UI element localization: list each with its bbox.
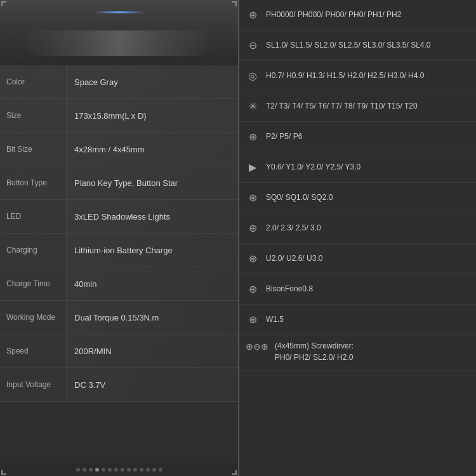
spec-value: 40min — [67, 267, 238, 300]
last-bit-icon: ⊖ — [253, 341, 261, 352]
bottom-dots — [0, 463, 238, 476]
bit-icon: ⊕ — [246, 8, 260, 22]
bit-text: PH0000/ PH000/ PH00/ PH0/ PH1/ PH2 — [266, 10, 401, 20]
bit-text: U2.0/ U2.6/ U3.0 — [266, 253, 322, 264]
spec-row: ChargingLithium-ion Battery Charge — [0, 234, 238, 267]
bit-icon: ⊕ — [246, 191, 260, 205]
bit-icon: ⊕ — [246, 221, 260, 235]
left-panel: ColorSpace GraySize173x15.8mm(L x D)Bit … — [0, 0, 238, 476]
spec-value: Lithium-ion Battery Charge — [67, 234, 238, 267]
carousel-dot[interactable] — [121, 468, 124, 472]
bit-icon: ⊕ — [246, 252, 260, 266]
spec-value: DC 3.7V — [67, 368, 238, 401]
carousel-dot[interactable] — [152, 468, 156, 472]
bit-icon: ◎ — [246, 69, 260, 83]
carousel-dot[interactable] — [89, 468, 93, 472]
bit-row: ◎H0.7/ H0.9/ H1.3/ H1.5/ H2.0/ H2.5/ H3.… — [239, 61, 476, 91]
carousel-dot[interactable] — [76, 468, 80, 472]
bit-text: Y0.6/ Y1.0/ Y2.0/ Y2.5/ Y3.0 — [266, 162, 360, 173]
spec-label: LED — [0, 200, 67, 233]
bit-row: ⊕SQ0/ SQ1.0/ SQ2.0 — [239, 183, 476, 213]
spec-label: Charging — [0, 234, 67, 267]
spec-label: Button Type — [0, 166, 67, 199]
spec-row: Charge Time40min — [0, 267, 238, 301]
bit-icon: ⊕ — [246, 130, 260, 144]
carousel-dot[interactable] — [159, 468, 162, 472]
carousel-dot[interactable] — [140, 468, 143, 472]
bit-icon: ⊕ — [246, 282, 260, 296]
bit-text: T2/ T3/ T4/ T5/ T6/ T7/ T8/ T9/ T10/ T15… — [266, 101, 418, 112]
header-divider — [94, 11, 145, 13]
product-image — [0, 21, 238, 65]
spec-label: Speed — [0, 334, 67, 367]
bit-row-last: ⊕⊖⊕(4x45mm) Screwdirver:PH0/ PH2/ SL2.0/… — [239, 335, 476, 371]
bit-row: ⊕BisonFone0.8 — [239, 274, 476, 305]
corner-tr — [232, 1, 237, 6]
corner-br — [232, 470, 237, 475]
spec-row: LED3xLED Shadowless Lights — [0, 200, 238, 234]
spec-label: Color — [0, 65, 67, 98]
carousel-dot[interactable] — [95, 468, 99, 472]
spec-row: Speed200R/MIN — [0, 334, 238, 368]
bit-row: ⊕U2.0/ U2.6/ U3.0 — [239, 244, 476, 274]
bit-icon: ▶ — [246, 161, 260, 175]
bit-text: SL1.0/ SL1.5/ SL2.0/ SL2.5/ SL3.0/ SL3.5… — [266, 40, 431, 51]
bit-text: 2.0/ 2.3/ 2.5/ 3.0 — [266, 223, 321, 234]
spec-row: Bit Size4x28mm / 4x45mm — [0, 133, 238, 166]
spec-row: ColorSpace Gray — [0, 65, 238, 99]
spec-row: Button TypePiano Key Type, Button Star — [0, 166, 238, 200]
spec-value: 200R/MIN — [67, 334, 238, 367]
bit-text: W1.5 — [266, 314, 284, 325]
last-bit-icon: ⊕ — [246, 341, 253, 352]
bit-icon: ⊕ — [246, 313, 260, 327]
bit-row: ⊕PH0000/ PH000/ PH00/ PH0/ PH1/ PH2 — [239, 0, 476, 30]
spec-row: Input VoltageDC 3.7V — [0, 368, 238, 402]
bit-row: ✳T2/ T3/ T4/ T5/ T6/ T7/ T8/ T9/ T10/ T1… — [239, 91, 476, 122]
bit-text: BisonFone0.8 — [266, 284, 313, 294]
spec-value: 4x28mm / 4x45mm — [67, 133, 238, 166]
spec-label: Charge Time — [0, 267, 67, 300]
bit-row: ⊕W1.5 — [239, 305, 476, 335]
carousel-dot[interactable] — [146, 468, 150, 472]
bit-row: ⊕P2/ P5/ P6 — [239, 122, 476, 152]
spec-label: Bit Size — [0, 133, 67, 166]
corner-bl — [1, 470, 6, 475]
bit-row: ▶Y0.6/ Y1.0/ Y2.0/ Y2.5/ Y3.0 — [239, 152, 476, 183]
spec-row: Working ModeDual Torque 0.15/3N.m — [0, 301, 238, 334]
carousel-dot[interactable] — [114, 468, 118, 472]
spec-label: Size — [0, 99, 67, 132]
spec-row: Size173x15.8mm(L x D) — [0, 99, 238, 133]
spec-value: 173x15.8mm(L x D) — [67, 99, 238, 132]
spec-value: Dual Torque 0.15/3N.m — [67, 301, 238, 334]
carousel-dot[interactable] — [102, 468, 105, 472]
carousel-dot[interactable] — [108, 468, 112, 472]
bit-icon: ✳ — [246, 100, 260, 114]
bit-text: SQ0/ SQ1.0/ SQ2.0 — [266, 192, 333, 203]
bit-icon: ⊖ — [246, 39, 260, 53]
multi-icon: ⊕⊖⊕ — [246, 341, 268, 352]
spec-label: Input Voltage — [0, 368, 67, 401]
last-bit-text: (4x45mm) Screwdirver:PH0/ PH2/ SL2.0/ H2… — [275, 340, 354, 363]
bit-text: P2/ P5/ P6 — [266, 131, 302, 142]
specs-table: ColorSpace GraySize173x15.8mm(L x D)Bit … — [0, 65, 238, 463]
header-section — [0, 0, 238, 21]
bit-row: ⊖SL1.0/ SL1.5/ SL2.0/ SL2.5/ SL3.0/ SL3.… — [239, 30, 476, 61]
carousel-dot[interactable] — [133, 468, 137, 472]
bit-text: H0.7/ H0.9/ H1.3/ H1.5/ H2.0/ H2.5/ H3.0… — [266, 70, 424, 81]
carousel-dot[interactable] — [127, 468, 131, 472]
spec-value: 3xLED Shadowless Lights — [67, 200, 238, 233]
bit-row: ⊕2.0/ 2.3/ 2.5/ 3.0 — [239, 213, 476, 244]
spec-value: Piano Key Type, Button Star — [67, 166, 238, 199]
last-bit-icon: ⊕ — [261, 341, 268, 352]
carousel-dot[interactable] — [83, 468, 86, 472]
spec-label: Working Mode — [0, 301, 67, 334]
spec-value: Space Gray — [67, 65, 238, 98]
corner-tl — [1, 1, 6, 6]
right-panel: ⊕PH0000/ PH000/ PH00/ PH0/ PH1/ PH2⊖SL1.… — [238, 0, 476, 476]
